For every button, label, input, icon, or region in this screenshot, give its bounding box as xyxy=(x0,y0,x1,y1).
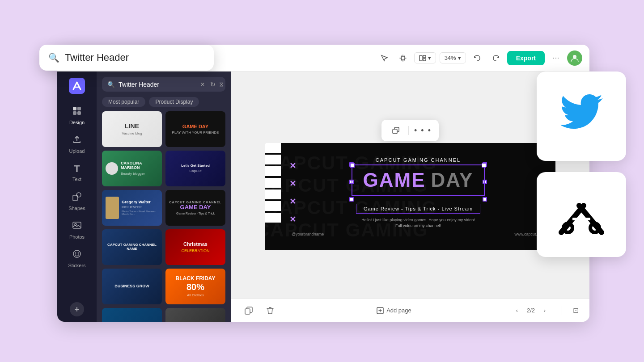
template-card-greatest-estate[interactable]: Greatest Estate Ag... xyxy=(165,308,225,322)
sidebar-more-button[interactable] xyxy=(70,302,84,316)
page-info: 2/2 xyxy=(527,307,535,314)
template-card-christmas[interactable]: Christmas CELEBRATION xyxy=(165,229,225,265)
template-card-black-friday[interactable]: BLACK FRIDAY 80% All Clothes xyxy=(165,269,225,304)
sidebar-item-upload[interactable]: Upload xyxy=(61,130,93,157)
select-tool-button[interactable] xyxy=(377,51,392,66)
svg-rect-18 xyxy=(245,309,250,314)
copy-page-icon[interactable] xyxy=(242,303,256,318)
editor-body: Design Upload T Text xyxy=(57,72,589,322)
banner-subtitle: Game Review - Tips & Trick - Live Stream xyxy=(364,206,473,211)
prev-page-button[interactable]: ‹ xyxy=(511,304,523,317)
banner-footer: @yourbrandname www.capcut.com xyxy=(292,232,545,236)
template-card-game-day[interactable]: CAPCUT GAMING CHANNEL GAME DAY Game Revi… xyxy=(165,190,225,226)
svg-rect-8 xyxy=(73,111,76,115)
divider xyxy=(562,306,562,315)
sidebar-item-stickers[interactable]: Stickers xyxy=(61,245,93,272)
svg-point-15 xyxy=(75,252,76,253)
more-options-button[interactable]: ··· xyxy=(548,51,564,66)
svg-rect-1 xyxy=(419,55,422,61)
handle-bl[interactable] xyxy=(349,197,354,202)
svg-rect-12 xyxy=(73,222,81,228)
duplicate-icon[interactable] xyxy=(389,123,403,138)
upload-icon xyxy=(72,135,82,147)
floating-toolbar: • • • xyxy=(381,120,439,141)
undo-button[interactable] xyxy=(470,51,485,66)
fullscreen-icon[interactable]: ⊡ xyxy=(573,306,579,315)
canvas-container[interactable]: • • • CAPCUT GAMING CAPCUT GAMING CAPCUT… xyxy=(265,143,555,250)
search-refresh-icon[interactable]: ↻ xyxy=(210,81,216,88)
sidebar-item-shapes[interactable]: Shapes xyxy=(61,188,93,215)
sidebar-item-design[interactable]: Design xyxy=(61,102,93,129)
stickers-icon xyxy=(72,249,82,261)
capcut-card xyxy=(537,172,626,257)
banner-handle: @yourbrandname xyxy=(292,232,324,236)
user-avatar[interactable] xyxy=(567,51,582,66)
sidebar-item-text[interactable]: T Text xyxy=(61,159,93,186)
template-search-bar[interactable]: 🔍 ✕ ↻ ⧖ xyxy=(102,77,225,92)
svg-point-16 xyxy=(78,252,79,253)
search-clear-button[interactable]: ✕ xyxy=(200,81,205,88)
template-grid: LINE Vaccine blog GAME DAY PLAY WITH YOU… xyxy=(97,111,231,322)
template-panel: 🔍 ✕ ↻ ⧖ Most popular Product Display LIN… xyxy=(97,72,231,322)
search-overlay-icon: 🔍 xyxy=(48,52,59,63)
banner-content: CAPCUT GAMING CHANNEL xyxy=(281,143,555,250)
template-card-1[interactable]: LINE Vaccine blog xyxy=(102,111,162,147)
twitter-card xyxy=(537,72,626,161)
twitter-bird-icon xyxy=(557,90,606,142)
export-button[interactable]: Export xyxy=(507,51,545,65)
page-navigation: ‹ 2/2 › xyxy=(511,304,551,317)
sidebar-item-photos[interactable]: Photos xyxy=(61,216,93,243)
delete-page-icon[interactable] xyxy=(263,303,277,318)
svg-rect-2 xyxy=(423,55,426,58)
zoom-chevron-icon: ▾ xyxy=(458,55,461,61)
design-icon xyxy=(72,106,82,118)
title-game: GAME xyxy=(363,169,426,191)
template-card-gaming-channel[interactable]: CAPCUT GAMING CHANNEL NAME xyxy=(102,229,162,265)
floating-more-button[interactable]: • • • xyxy=(414,126,432,135)
banner-title: GAME DAY xyxy=(363,169,474,191)
tag-product-display[interactable]: Product Display xyxy=(149,97,199,107)
search-overlay-text: Twitter Header xyxy=(65,52,129,63)
template-card-3[interactable]: CAROLINA MARISON Beauty blogger xyxy=(102,151,162,186)
zoom-value: 34% xyxy=(445,55,456,61)
shapes-icon xyxy=(72,192,82,204)
banner-subtitle-box[interactable]: Game Review - Tips & Trick - Live Stream xyxy=(356,204,480,214)
template-card-2[interactable]: GAME DAY PLAY WITH YOUR FRIENDS xyxy=(165,111,225,147)
search-bar-icon: 🔍 xyxy=(107,81,115,88)
svg-rect-9 xyxy=(77,111,81,115)
editor-window: Untitled image ▾ ▾ 34 xyxy=(57,45,589,322)
svg-point-4 xyxy=(573,55,576,59)
svg-rect-6 xyxy=(73,107,76,110)
search-filter-button[interactable]: ⧖ xyxy=(219,80,224,88)
search-overlay: 🔍 Twitter Header xyxy=(39,45,214,71)
handle-br[interactable] xyxy=(483,197,487,202)
layout-button[interactable]: ▾ xyxy=(414,52,436,63)
zoom-control[interactable]: 34% ▾ xyxy=(440,52,466,63)
sidebar-stickers-label: Stickers xyxy=(68,263,85,268)
search-input[interactable] xyxy=(119,81,197,88)
banner-stripes xyxy=(265,143,281,250)
template-card-business[interactable]: BUSINESS GROW xyxy=(102,269,162,304)
add-page-button[interactable]: Add page xyxy=(371,304,417,317)
tag-most-popular[interactable]: Most popular xyxy=(102,97,145,107)
svg-rect-17 xyxy=(393,129,397,134)
tag-row: Most popular Product Display xyxy=(97,97,231,111)
svg-rect-0 xyxy=(402,57,404,60)
redo-button[interactable] xyxy=(488,51,504,66)
banner-channel-name: CAPCUT GAMING CHANNEL xyxy=(376,157,461,163)
layout-chevron-icon: ▾ xyxy=(428,55,431,61)
banner-title-box: GAME DAY xyxy=(352,164,485,196)
sidebar: Design Upload T Text xyxy=(57,72,97,322)
sidebar-text-label: Text xyxy=(72,177,81,182)
sidebar-design-label: Design xyxy=(69,120,85,125)
template-card-gregory-walter[interactable]: Gregory Walter INFLUENCER Photo Tricks ·… xyxy=(102,190,162,226)
add-page-label: Add page xyxy=(386,307,411,314)
template-card-4[interactable]: Let's Get Started CapCut xyxy=(165,151,225,186)
app-logo[interactable] xyxy=(68,77,86,95)
sidebar-photos-label: Photos xyxy=(69,234,85,240)
pan-tool-button[interactable] xyxy=(395,51,411,66)
game-day-banner[interactable]: CAPCUT GAMING CAPCUT GAMING CAPCUT GAMIN… xyxy=(265,143,555,250)
banner-title-container[interactable]: GAME DAY xyxy=(352,164,485,199)
template-card-winter-sale[interactable]: WINTER SALE xyxy=(102,308,162,322)
next-page-button[interactable]: › xyxy=(538,304,551,317)
